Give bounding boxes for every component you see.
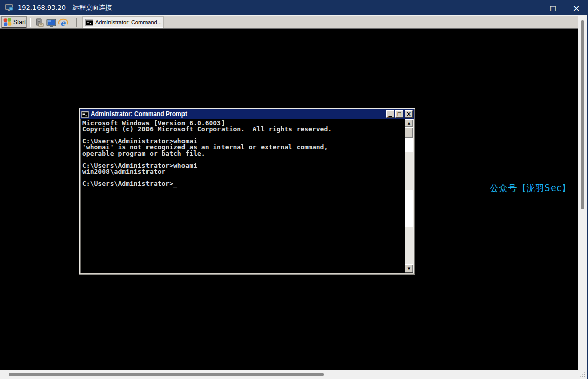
rdp-client-window: 192.168.93.20 - 远程桌面连接 ─ □ × Start <box>0 0 588 379</box>
cmd-minimize-icon[interactable]: ▁ <box>386 110 394 118</box>
console-scrollbar-thumb[interactable] <box>405 127 413 138</box>
vertical-scrollbar[interactable] <box>578 15 587 370</box>
rdp-titlebar[interactable]: 192.168.93.20 - 远程桌面连接 ─ □ × <box>0 0 588 15</box>
horizontal-scrollbar-thumb[interactable] <box>9 373 324 376</box>
taskbar-item-label: Administrator: Command... <box>95 19 162 25</box>
cmd-window-title: Administrator: Command Prompt <box>91 110 385 118</box>
console-line: operable program or batch file. <box>82 150 405 157</box>
minimize-icon[interactable]: ─ <box>518 0 541 15</box>
console-line: C:\Users\Administrator>_ <box>82 181 405 187</box>
start-button-label: Start <box>13 19 26 26</box>
resize-grip-icon[interactable] <box>584 376 585 377</box>
cmd-icon <box>81 111 89 118</box>
cmd-titlebar[interactable]: Administrator: Command Prompt ▁ □ × <box>80 109 414 119</box>
cmd-close-icon[interactable]: × <box>405 110 413 118</box>
vertical-scrollbar-thumb[interactable] <box>581 20 584 209</box>
maximize-icon[interactable]: □ <box>541 0 565 15</box>
taskbar-separator <box>30 18 31 27</box>
horizontal-scrollbar[interactable] <box>0 370 578 379</box>
svg-text:e: e <box>60 18 66 28</box>
console-text: Microsoft Windows [Version 6.0.6003] Cop… <box>81 119 405 187</box>
window-caption-buttons: ─ □ × <box>518 0 588 15</box>
taskbar-item-command-prompt[interactable]: Administrator: Command... <box>83 17 163 28</box>
start-button[interactable]: Start <box>2 17 26 28</box>
rdp-window-title: 192.168.93.20 - 远程桌面连接 <box>18 3 112 12</box>
remote-desktop-icon <box>5 3 14 12</box>
taskbar: Start e <box>0 15 579 29</box>
console-line: win2008\administrator <box>82 169 405 175</box>
scrollbar-corner <box>578 370 587 379</box>
cmd-maximize-icon[interactable]: □ <box>395 110 403 118</box>
server-manager-icon[interactable] <box>33 17 45 28</box>
windows-flag-icon <box>3 18 12 26</box>
watermark-text: 公众号【泷羽Sec】 <box>490 182 571 194</box>
cmd-icon <box>85 19 93 26</box>
scroll-up-icon[interactable]: ▲ <box>405 119 413 127</box>
scroll-down-icon[interactable]: ▼ <box>405 264 413 273</box>
console-output[interactable]: Microsoft Windows [Version 6.0.6003] Cop… <box>80 119 414 273</box>
taskbar-separator <box>76 18 77 27</box>
close-icon[interactable]: × <box>565 0 588 15</box>
internet-explorer-icon[interactable]: e <box>58 17 69 28</box>
desktop-monitor-icon[interactable] <box>46 17 57 28</box>
command-prompt-window: Administrator: Command Prompt ▁ □ × Micr… <box>79 108 415 275</box>
console-scrollbar[interactable]: ▲ ▼ <box>405 119 413 273</box>
console-line: Copyright (c) 2006 Microsoft Corporation… <box>82 126 405 132</box>
